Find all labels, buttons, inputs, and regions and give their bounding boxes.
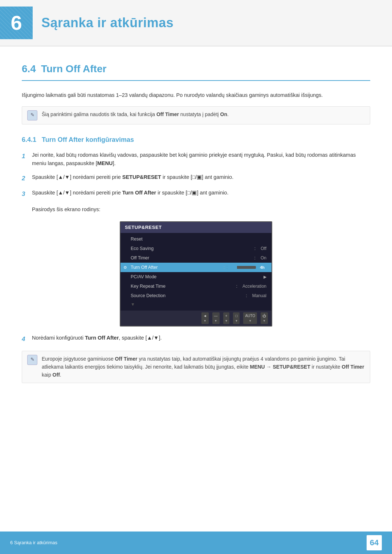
step-item-1: 1 Jei norite, kad būtų rodomas klavišų v… (22, 151, 370, 168)
bottom-icon-auto: AUTO▼ (243, 312, 257, 324)
note-icon-2: ✎ (27, 355, 37, 365)
menu-value-eco: Off (261, 245, 266, 252)
progress-bar-area: 4h (227, 264, 266, 271)
chapter-header: 6 Sąranka ir atkūrimas (0, 0, 392, 46)
menu-title: SETUP&RESET (121, 222, 271, 233)
menu-label-pcav: PC/AV Mode (131, 273, 264, 280)
menu-value-source: Manual (252, 292, 266, 299)
footer-chapter-label: 6 Sąranka ir atkūrimas (10, 539, 57, 547)
menu-item-pcav: PC/AV Mode ▶ (121, 272, 271, 282)
note-box-1: ✎ Šią parinktimi galima naudotis tik tad… (22, 106, 370, 124)
menu-label-turnoffafter: Turn Off After (131, 264, 221, 271)
step-text-3: Spauskite [▲/▼] norėdami pereiti prie Tu… (32, 189, 370, 197)
gear-icon: ⚙ (123, 264, 127, 271)
menu-label-eco: Eco Saving (131, 245, 252, 252)
progress-value: 4h (258, 264, 266, 271)
subsection-title: Turn Off After konfigūravimas (42, 136, 134, 143)
menu-items: Reset Eco Saving : Off Off Timer : On ⚙ (121, 233, 271, 310)
chapter-number: 6 (0, 7, 33, 39)
step-item-3: 3 Spauskite [▲/▼] norėdami pereiti prie … (22, 189, 370, 199)
bottom-icon-minus: —▼ (212, 312, 220, 324)
menu-label-reset: Reset (131, 235, 266, 243)
section-title: Turn Off After (41, 61, 106, 77)
note-text-1: Šią parinktimi galima naudotis tik tada,… (42, 110, 229, 118)
footer-page-number: 64 (367, 535, 382, 550)
bottom-icon-power: ⏻▼ (261, 312, 268, 324)
menu-item-offtimer: Off Timer : On (121, 253, 271, 263)
menu-item-reset: Reset (121, 234, 271, 244)
menu-more-indicator: ▼ (121, 300, 271, 309)
menu-item-source: Source Detection : Manual (121, 291, 271, 300)
bottom-icon-back: ◄▼ (201, 312, 209, 324)
progress-bar-fill (227, 266, 237, 269)
screen-mockup: SETUP&RESET Reset Eco Saving : Off Off T… (120, 221, 272, 327)
page-footer: 6 Sąranka ir atkūrimas 64 (0, 532, 392, 554)
bottom-icon-plus: +▼ (223, 312, 230, 324)
step-item-2: 2 Spauskite [▲/▼] norėdami pereiti prie … (22, 173, 370, 183)
steps-list: 1 Jei norite, kad būtų rodomas klavišų v… (22, 151, 370, 199)
progress-bar (227, 266, 256, 269)
section-number: 6.4 (22, 61, 36, 77)
menu-label-source: Source Detection (131, 292, 244, 299)
body-text: Išjungimo laikmatis gali būti nustatomas… (22, 91, 370, 100)
step-text-2: Spauskite [▲/▼] norėdami pereiti prie SE… (32, 173, 370, 182)
step-text-4: Norėdami konfigūruoti Turn Off After, sp… (32, 334, 370, 342)
menu-value-offtimer: On (261, 255, 266, 262)
menu-item-eco: Eco Saving : Off (121, 244, 271, 253)
subsection-number: 6.4.1 (22, 136, 36, 143)
main-content: 6.4 Turn Off After Išjungimo laikmatis g… (0, 46, 392, 421)
step-3-sub: Pasirodys šis ekrano rodinys: (32, 205, 370, 214)
menu-item-keyrepeat: Key Repeat Time : Acceleration (121, 282, 271, 291)
menu-label-offtimer: Off Timer (131, 254, 252, 262)
menu-bottom-bar: ◄▼ —▼ +▼ □▼ AUTO▼ ⏻▼ (121, 311, 271, 326)
menu-label-keyrepeat: Key Repeat Time (131, 283, 234, 290)
menu-value-keyrepeat: Acceleration (242, 283, 266, 290)
menu-item-turnoffafter: ⚙ Turn Off After : 4h (121, 263, 271, 272)
steps-list-2: 4 Norėdami konfigūruoti Turn Off After, … (22, 334, 370, 344)
arrow-icon-pcav: ▶ (264, 274, 266, 280)
subsection-heading: 6.4.1 Turn Off After konfigūravimas (22, 135, 370, 145)
step-text-1: Jei norite, kad būtų rodomas klavišų vad… (32, 151, 370, 168)
bottom-icon-enter: □▼ (233, 312, 240, 324)
step-number-1: 1 (22, 151, 32, 161)
chapter-title: Sąranka ir atkūrimas (41, 12, 173, 33)
section-heading: 6.4 Turn Off After (22, 61, 370, 81)
screen-inner: SETUP&RESET Reset Eco Saving : Off Off T… (121, 222, 271, 326)
note-icon-1: ✎ (27, 110, 37, 120)
step-number-4: 4 (22, 334, 32, 344)
step-item-4: 4 Norėdami konfigūruoti Turn Off After, … (22, 334, 370, 344)
step-number-2: 2 (22, 173, 32, 183)
note-text-2: Europoje įsigytuose gaminiuose Off Timer… (42, 355, 365, 379)
note-box-2: ✎ Europoje įsigytuose gaminiuose Off Tim… (22, 351, 370, 383)
step-number-3: 3 (22, 189, 32, 199)
